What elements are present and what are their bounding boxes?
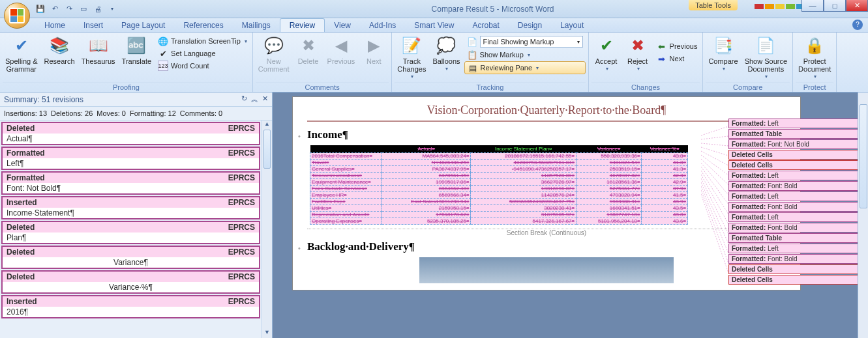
thesaurus-button[interactable]: 📖Thesaurus: [79, 34, 118, 66]
chevron-up-icon[interactable]: ︽: [251, 94, 258, 104]
show-markup-button[interactable]: 📋Show Markup: [464, 49, 586, 61]
scroll-down-icon[interactable]: ▼: [262, 329, 272, 338]
revision-balloon[interactable]: Deleted Cells: [728, 275, 865, 285]
revision-balloon[interactable]: Formatted: Left: [728, 191, 865, 201]
revision-balloon[interactable]: Formatted: Left: [728, 212, 865, 222]
revision-item[interactable]: DeletedEPRCSVariance¶: [1, 246, 260, 269]
table-cell: NY4826436.25¤: [382, 160, 471, 166]
tab-page-layout[interactable]: Page Layout: [112, 19, 174, 32]
delete-comment-button: ✖Delete: [293, 34, 323, 66]
tab-review[interactable]: Review: [280, 18, 325, 32]
reviewing-pane-scrollbar[interactable]: ▲ ▼: [262, 120, 272, 338]
table-cell: 41.8¤: [642, 160, 688, 166]
table-header: Variance¤: [576, 145, 642, 153]
tab-addins[interactable]: Add-Ins: [360, 19, 405, 32]
revision-item[interactable]: DeletedEPRCSVariance·%¶: [1, 270, 260, 294]
undo-icon[interactable]: ↶: [50, 4, 60, 14]
table-cell: 5181,956,204.10¤: [576, 218, 642, 225]
scroll-up-icon[interactable]: ▲: [262, 120, 272, 130]
research-button[interactable]: 📚Research: [42, 34, 78, 66]
prev-change-button[interactable]: ⬅Previous: [654, 40, 700, 52]
refresh-icon[interactable]: ↻: [241, 94, 247, 104]
lock-icon: 🔒: [804, 35, 825, 56]
group-compare: 📑Compare 📄Show Source Documents Compare: [703, 33, 793, 92]
revision-balloon[interactable]: Formatted: Font: Not Bold: [728, 139, 865, 149]
translate-label: Translate: [122, 57, 151, 65]
revision-balloon[interactable]: Formatted: Left: [728, 119, 865, 128]
revision-author: EPRCS: [228, 173, 255, 182]
reviewing-pane-icon: ▤: [468, 63, 478, 73]
set-language-button[interactable]: ✔Set Language: [155, 48, 250, 59]
protect-document-button[interactable]: 🔒Protect Document: [796, 34, 833, 81]
help-icon[interactable]: ?: [852, 20, 863, 30]
revision-item[interactable]: InsertedEPRCSIncome·Statement¶: [1, 196, 260, 219]
tab-design[interactable]: Design: [509, 19, 551, 32]
revision-item[interactable]: DeletedEPRCSPlan¶: [1, 221, 260, 244]
prev-change-icon: ⬅: [657, 41, 667, 51]
spelling-grammar-button[interactable]: ✔Spelling & Grammar: [3, 34, 40, 74]
revision-item[interactable]: FormattedEPRCSFont: Not Bold¶: [1, 171, 260, 195]
tab-acrobat[interactable]: Acrobat: [463, 19, 508, 32]
qat-icon-1[interactable]: ▭: [78, 4, 89, 14]
minimize-button[interactable]: —: [801, 0, 824, 12]
print-icon[interactable]: 🖨: [93, 4, 103, 14]
document-scrollbar[interactable]: [858, 92, 868, 338]
revision-balloon[interactable]: Formatted: Font: Bold: [728, 202, 865, 212]
translate-icon: 🔤: [126, 35, 147, 56]
revision-item[interactable]: DeletedEPRCSActual¶: [1, 122, 260, 145]
revision-balloon[interactable]: Formatted Table: [728, 129, 865, 139]
balloons-button[interactable]: 💭Balloons: [430, 34, 462, 74]
revision-balloon[interactable]: Deleted Cells: [728, 264, 865, 274]
tab-insert[interactable]: Insert: [74, 19, 112, 32]
tab-smart-view[interactable]: Smart View: [405, 19, 463, 32]
tab-references[interactable]: References: [174, 19, 232, 32]
translate-button[interactable]: 🔤Translate: [119, 34, 154, 66]
save-icon[interactable]: 💾: [35, 4, 46, 14]
revision-balloon[interactable]: Deleted Cells: [728, 160, 865, 170]
close-button[interactable]: ✕: [846, 0, 868, 12]
show-source-button[interactable]: 📄Show Source Documents: [742, 34, 790, 81]
revision-body: Left¶: [3, 158, 259, 169]
set-language-label: Set Language: [171, 49, 216, 57]
reject-label: Reject: [627, 57, 648, 65]
tab-layout[interactable]: Layout: [551, 19, 593, 32]
tab-home[interactable]: Home: [35, 19, 74, 32]
tab-mailings[interactable]: Mailings: [233, 19, 280, 32]
track-changes-button[interactable]: 📝Track Changes: [395, 34, 428, 81]
revision-balloon[interactable]: Formatted: Font: Bold: [728, 254, 865, 264]
tab-view[interactable]: View: [325, 19, 360, 32]
close-pane-icon[interactable]: ✕: [262, 94, 268, 104]
table-cell: 43.8¤: [642, 153, 688, 160]
group-comments: 💬New Comment ✖Delete ◀Previous ▶Next Com…: [253, 33, 392, 92]
scrollbar-thumb[interactable]: [263, 130, 271, 169]
revision-balloon[interactable]: Formatted: Font: Bold: [728, 223, 865, 232]
next-change-button[interactable]: ➡Next: [654, 53, 700, 64]
svg-line-11: [701, 178, 728, 234]
compare-button[interactable]: 📑Compare: [706, 34, 740, 74]
scrollbar-thumb[interactable]: [860, 104, 867, 208]
maximize-button[interactable]: □: [824, 0, 846, 12]
word-count-button[interactable]: 123Word Count: [155, 60, 250, 72]
table-cell: 550,320,939.36¤: [576, 153, 642, 160]
revision-item[interactable]: InsertedEPRCS2016¶: [1, 295, 260, 318]
redo-icon[interactable]: ↷: [64, 4, 74, 14]
revision-balloon[interactable]: Formatted: Font: Bold: [728, 181, 865, 191]
revision-balloon[interactable]: Deleted Cells: [728, 150, 865, 160]
table-cell: 9481824.54¤: [576, 160, 642, 166]
show-markup-label: Show Markup: [480, 51, 524, 59]
stat-moves: Moves: 0: [97, 109, 126, 117]
revision-item[interactable]: FormattedEPRCSLeft¶: [1, 147, 260, 170]
show-markup-icon: 📋: [467, 49, 477, 60]
translation-screentip-button[interactable]: 🌐Translation ScreenTip: [155, 35, 250, 47]
office-button[interactable]: [4, 3, 30, 29]
table-cell: 37.9¤: [642, 186, 688, 192]
reviewing-pane-button[interactable]: ▤Reviewing Pane: [464, 61, 586, 74]
qat-customize-icon[interactable]: ▾: [107, 4, 117, 14]
markup-display-dropdown[interactable]: 📄Final Showing Markup▾: [464, 35, 586, 48]
revision-body: 2016¶: [3, 307, 259, 317]
revision-balloon[interactable]: Formatted Table: [728, 233, 865, 243]
revision-balloon[interactable]: Formatted: Left: [728, 171, 865, 180]
revision-balloon[interactable]: Formatted: Left: [728, 244, 865, 253]
accept-button[interactable]: ✔Accept: [591, 34, 621, 74]
reject-button[interactable]: ✖Reject: [623, 34, 653, 74]
